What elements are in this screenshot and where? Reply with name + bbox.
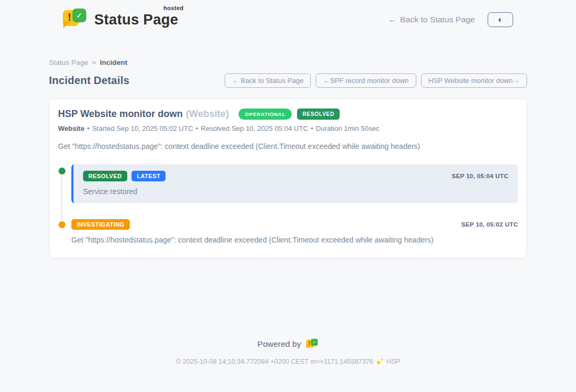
powered-by: Powered by ! ✓ — [0, 338, 576, 350]
status-badge-operational: OPERATIONAL — [238, 109, 292, 120]
copyright-brand: HSP — [386, 358, 400, 365]
statuspage-logo-icon: ! ✓ — [63, 9, 87, 31]
breadcrumb-separator: > — [92, 59, 96, 66]
half-circle-icon: ◐ — [498, 15, 503, 24]
meta-separator: • — [311, 124, 314, 132]
meta-separator: • — [196, 124, 199, 132]
timeline-entry-resolved: RESOLVED LATEST SEP 10, 05:04 UTC Servic… — [71, 164, 518, 203]
powered-by-label: Powered by — [258, 339, 301, 349]
back-to-status-page-button[interactable]: ← Back to Status Page — [225, 73, 311, 88]
timeline-timestamp: SEP 10, 05:04 UTC — [451, 173, 508, 179]
breadcrumb-incident: Incident — [100, 59, 127, 66]
meta-resolved: Resolved Sep 10, 2025 05:04 UTC — [201, 124, 308, 132]
breadcrumb: Status Page > Incident — [49, 59, 527, 66]
page-title: Incident Details — [49, 74, 129, 87]
main-content: Status Page > Incident Incident Details … — [49, 59, 527, 258]
incident-component: (Website) — [186, 109, 229, 119]
incident-nav-buttons: ← Back to Status Page ←SPF record monito… — [225, 73, 527, 88]
timeline-badge-latest: LATEST — [131, 171, 166, 181]
timeline-connector-line — [61, 176, 62, 226]
meta-separator: • — [87, 124, 90, 132]
timeline-badge-investigating: INVESTIGATING — [71, 219, 130, 230]
theme-toggle-button[interactable]: ◐ — [488, 12, 513, 27]
timeline-timestamp: SEP 10, 05:02 UTC — [461, 221, 518, 228]
checkmark-icon: ✓ — [72, 9, 86, 22]
checkmark-icon: ✓ — [311, 339, 318, 346]
brand-superscript: hosted — [163, 5, 184, 11]
exclamation-icon: ! — [68, 11, 71, 23]
incident-description: Get "https://hostedstatus.page": context… — [58, 142, 518, 151]
timeline-badge-resolved: RESOLVED — [83, 171, 127, 181]
meta-component: Website — [58, 124, 85, 132]
header-back-link[interactable]: ← Back to Status Page — [388, 15, 475, 24]
incident-title: HSP Website monitor down(Website) — [58, 109, 229, 120]
footer-statuspage-logo-icon[interactable]: ! ✓ — [306, 338, 318, 350]
status-badge-resolved: RESOLVED — [297, 109, 340, 120]
incident-card: HSP Website monitor down(Website) OPERAT… — [49, 98, 527, 258]
incident-meta: Website•Started Sep 10, 2025 05:02 UTC•R… — [58, 124, 518, 132]
copyright-text: © 2025-10-08 14:10:34.772084 +0200 CEST … — [176, 358, 373, 365]
breadcrumb-status-page[interactable]: Status Page — [49, 59, 88, 66]
prev-incident-button[interactable]: ←SPF record monitor down — [316, 73, 416, 88]
incident-timeline: RESOLVED LATEST SEP 10, 05:04 UTC Servic… — [58, 164, 518, 244]
header: ! ✓ Status Pagehosted ← Back to Status P… — [0, 0, 576, 31]
timeline-dot-resolved — [57, 166, 67, 176]
exclamation-icon: ! — [309, 340, 311, 346]
timeline-highlighted-box: RESOLVED LATEST SEP 10, 05:04 UTC Servic… — [71, 164, 518, 203]
meta-started: Started Sep 10, 2025 05:02 UTC — [92, 124, 193, 132]
timeline-dot-investigating — [57, 220, 67, 230]
footer: Powered by ! ✓ © 2025-10-08 14:10:34.772… — [0, 338, 576, 365]
sparkle-icon — [376, 358, 384, 365]
timeline-message: Get "https://hostedstatus.page": context… — [71, 236, 518, 244]
meta-duration: Duration 1min 50sec — [316, 124, 379, 132]
left-arrow-icon: ← — [388, 15, 397, 24]
brand-name: Status Pagehosted — [94, 9, 178, 31]
header-back-link-label: Back to Status Page — [400, 15, 475, 24]
next-incident-button[interactable]: HSP Website monitor down→ — [421, 73, 527, 88]
timeline-entry-investigating: INVESTIGATING SEP 10, 05:02 UTC Get "htt… — [71, 219, 518, 244]
timeline-message: Service restored — [83, 187, 508, 196]
statuspage-logo[interactable]: ! ✓ Status Pagehosted — [63, 9, 178, 31]
copyright-line: © 2025-10-08 14:10:34.772084 +0200 CEST … — [0, 358, 576, 365]
